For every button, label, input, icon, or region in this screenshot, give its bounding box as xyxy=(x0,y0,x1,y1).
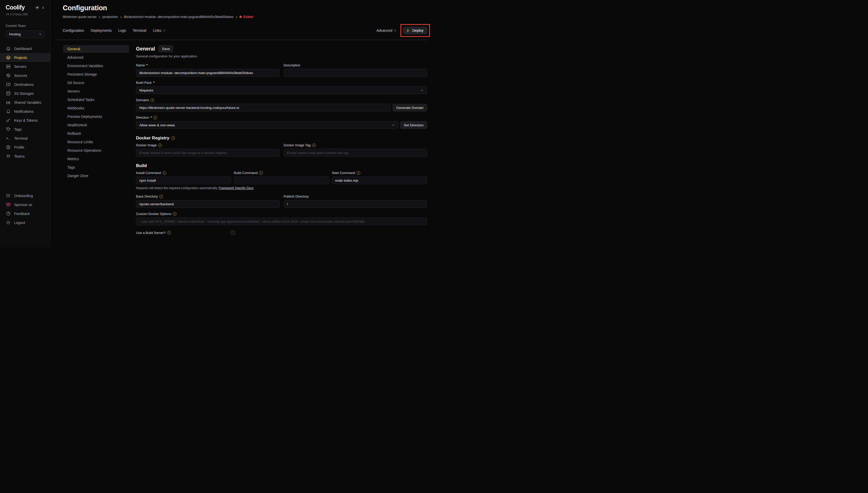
custom-docker-options-input[interactable] xyxy=(136,217,427,225)
team-select[interactable]: Hosting xyxy=(6,30,45,38)
build-server-label: Use a Build Server? i xyxy=(136,231,231,235)
section-title-general: General xyxy=(136,46,155,52)
start-command-input[interactable] xyxy=(332,176,427,184)
sidebar-item-dashboard[interactable]: Dashboard xyxy=(0,44,50,53)
save-button[interactable]: Save xyxy=(159,45,173,52)
info-icon[interactable]: i xyxy=(151,99,154,102)
sidebar-item-sources[interactable]: Sources xyxy=(0,71,50,80)
info-icon[interactable]: i xyxy=(357,171,360,175)
nixpacks-note: Nixpacks will detect the required config… xyxy=(136,186,427,190)
subnav-item-rollback[interactable]: Rollback xyxy=(63,130,129,137)
install-command-label: Install Command i xyxy=(136,171,231,175)
info-icon[interactable]: i xyxy=(259,171,263,175)
home-icon xyxy=(6,46,11,51)
sidebar-item-notifications[interactable]: Notifications xyxy=(0,107,50,116)
subnav-item-healthcheck[interactable]: Healthcheck xyxy=(63,121,129,129)
info-icon[interactable]: i xyxy=(167,231,171,234)
name-input[interactable] xyxy=(136,69,280,77)
subnav-item-preview-deployments[interactable]: Preview Deployments xyxy=(63,113,129,121)
generate-domain-button[interactable]: Generate Domain xyxy=(392,104,427,111)
tab-logs[interactable]: Logs xyxy=(118,28,126,33)
install-command-input[interactable] xyxy=(136,176,231,184)
chevron-right-icon: › xyxy=(99,15,100,19)
sidebar-item-projects[interactable]: Projects xyxy=(0,53,50,62)
sidebar-footer-nav: Onboarding Sponsor us Feedback Logout xyxy=(0,191,50,227)
deploy-button[interactable]: Deploy xyxy=(403,27,427,34)
config-subnav: General Advanced Environment Variables P… xyxy=(63,45,129,180)
info-icon[interactable]: i xyxy=(159,195,163,198)
chevron-down-icon xyxy=(39,33,42,36)
info-icon[interactable]: i xyxy=(173,212,177,216)
subnav-item-environment-variables[interactable]: Environment Variables xyxy=(63,62,129,70)
build-command-label: Build Command i xyxy=(234,171,329,175)
section-title-build: Build xyxy=(136,163,147,168)
subnav-item-metrics[interactable]: Metrics xyxy=(63,155,129,163)
direction-select[interactable]: Allow www & non-www. xyxy=(136,121,398,129)
subnav-item-advanced[interactable]: Advanced xyxy=(63,53,129,61)
docker-image-input[interactable] xyxy=(136,149,280,156)
sidebar-item-onboarding[interactable]: Onboarding xyxy=(0,191,50,200)
framework-docs-link[interactable]: Framework Specific Docs xyxy=(219,186,253,190)
variables-icon: (x) xyxy=(6,100,11,105)
sidebar-item-logout[interactable]: Logout xyxy=(0,218,50,227)
subnav-item-danger-zone[interactable]: Danger Zone xyxy=(63,172,129,179)
domains-input[interactable] xyxy=(136,104,390,111)
sidebar-item-tags[interactable]: Tags xyxy=(0,125,50,134)
set-direction-button[interactable]: Set Direction xyxy=(400,121,427,129)
tab-terminal[interactable]: Terminal xyxy=(133,28,146,33)
sidebar-item-profile[interactable]: Profile xyxy=(0,143,50,152)
subnav-item-webhooks[interactable]: Webhooks xyxy=(63,104,129,112)
tab-links[interactable]: Links xyxy=(153,28,165,33)
build-pack-select[interactable]: Nixpacks xyxy=(136,86,427,94)
info-icon[interactable]: i xyxy=(171,136,175,140)
sidebar-item-sponsor[interactable]: Sponsor us xyxy=(0,200,50,209)
database-icon xyxy=(6,91,11,96)
subnav-item-resource-limits[interactable]: Resource Limits xyxy=(63,138,129,146)
subnav-item-resource-operations[interactable]: Resource Operations xyxy=(63,147,129,154)
info-icon[interactable]: i xyxy=(312,144,316,147)
base-directory-label: Base Directory i xyxy=(136,194,280,198)
publish-directory-input[interactable] xyxy=(284,200,427,208)
subnav-item-tags[interactable]: Tags xyxy=(63,164,129,171)
subnav-item-general[interactable]: General xyxy=(63,45,129,53)
sidebar-item-feedback[interactable]: Feedback xyxy=(0,209,50,218)
breadcrumb-project[interactable]: illicitonion quote server xyxy=(63,15,96,19)
sidebar-item-keys-tokens[interactable]: Keys & Tokens xyxy=(0,116,50,125)
description-input[interactable] xyxy=(284,69,427,77)
bell-icon xyxy=(6,109,11,114)
docker-image-tag-input[interactable] xyxy=(284,149,427,156)
chevron-updown-icon xyxy=(163,29,165,32)
breadcrumb-environment[interactable]: production xyxy=(102,15,118,19)
info-icon[interactable]: i xyxy=(163,171,166,175)
user-icon xyxy=(6,145,11,150)
sidebar-item-destinations[interactable]: Destinations xyxy=(0,80,50,89)
subnav-item-scheduled-tasks[interactable]: Scheduled Tasks xyxy=(63,96,129,104)
terminal-icon: >_ xyxy=(6,136,11,141)
sidebar-item-shared-variables[interactable]: (x) Shared Variables xyxy=(0,98,50,107)
tab-configuration[interactable]: Configuration xyxy=(63,28,84,33)
advanced-dropdown[interactable]: Advanced xyxy=(376,28,396,33)
info-icon[interactable]: i xyxy=(158,144,162,147)
sidebar-collapse-icon[interactable] xyxy=(42,6,45,9)
base-directory-input[interactable] xyxy=(136,200,280,208)
custom-docker-options-label: Custom Docker Options i xyxy=(136,212,427,216)
subnav-item-servers[interactable]: Servers xyxy=(63,87,129,95)
sidebar-item-teams[interactable]: Teams xyxy=(0,152,50,160)
info-icon[interactable]: i xyxy=(153,116,157,120)
publish-directory-label: Publish Directory xyxy=(284,194,427,198)
build-server-checkbox[interactable] xyxy=(231,230,235,235)
sidebar-item-servers[interactable]: Servers xyxy=(0,62,50,71)
section-title-docker-registry: Docker Registry xyxy=(136,135,169,141)
sidebar-item-terminal[interactable]: >_ Terminal xyxy=(0,134,50,143)
page-title: Configuration xyxy=(63,4,434,12)
build-command-input[interactable] xyxy=(234,176,329,184)
sidebar-item-s3-storages[interactable]: S3 Storages xyxy=(0,89,50,98)
theme-sun-icon[interactable] xyxy=(35,5,40,10)
name-label: Name* xyxy=(136,63,280,67)
status-badge: Exited xyxy=(239,15,253,19)
tab-deployments[interactable]: Deployments xyxy=(91,28,112,33)
subnav-item-git-source[interactable]: Git Source xyxy=(63,79,129,87)
start-command-label: Start Command i xyxy=(332,171,427,175)
breadcrumb-resource[interactable]: illicitestonion/-module--decomposition:m… xyxy=(124,15,233,19)
subnav-item-persistent-storage[interactable]: Persistent Storage xyxy=(63,70,129,78)
